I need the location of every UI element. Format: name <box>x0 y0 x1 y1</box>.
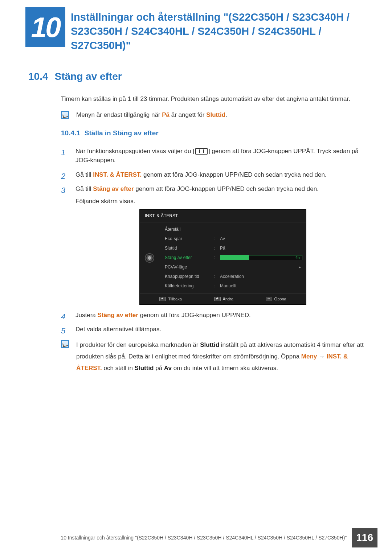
subsection-heading: 10.4.1Ställa in Stäng av efter <box>61 128 370 139</box>
subsection-title: Ställa in Stäng av efter <box>85 129 159 137</box>
arrow-right-icon: → <box>317 353 326 360</box>
page-number: 116 <box>352 528 377 547</box>
note-text: Menyn är endast tillgänglig när På är an… <box>76 110 370 120</box>
section-number: 10.4 <box>28 71 48 82</box>
menu-icon <box>195 148 208 155</box>
page-footer: 10 Inställningar och återställning "(S22… <box>0 528 392 547</box>
osd-row: PC/AV-läge▸ <box>165 262 302 272</box>
osd-slider: 4h <box>220 255 302 260</box>
step-4: 4 Justera Stäng av efter genom att föra … <box>61 311 370 320</box>
section-heading: 10.4Stäng av efter <box>28 69 370 84</box>
footer-text: 10 Inställningar och återställning "(S22… <box>61 534 347 542</box>
note-block: Menyn är endast tillgänglig när På är an… <box>61 110 370 120</box>
osd-row: Sluttid:På <box>165 243 302 253</box>
osd-row: Källdetektering:Manuellt <box>165 281 302 291</box>
step-3: 3 Gå till Stäng av efter genom att föra … <box>61 184 370 305</box>
osd-footer: Tillbaka Ändra Öppna <box>140 294 306 304</box>
osd-row-selected: Stäng av efter:4h <box>165 253 302 262</box>
key-adjust-icon <box>214 297 221 301</box>
step-2: 2 Gå till INST. & ÅTERST. genom att föra… <box>61 170 370 180</box>
osd-title: INST. & ÅTERST. <box>140 210 306 222</box>
key-back-icon <box>159 297 166 301</box>
note-icon <box>61 340 69 348</box>
osd-menu: Återställ Eco-spar:Av Sluttid:På Stäng a… <box>161 222 306 294</box>
note-text: I produkter för den europeiska marknaden… <box>76 339 370 374</box>
section-title: Stäng av efter <box>55 71 122 82</box>
osd-row: Återställ <box>165 225 302 234</box>
gear-icon <box>146 254 154 262</box>
subsection-number: 10.4.1 <box>61 129 80 137</box>
chapter-title: Inställningar och återställning "(S22C35… <box>71 10 370 53</box>
osd-screenshot: INST. & ÅTERST. Återställ Eco-spar:Av Sl… <box>139 209 306 305</box>
step-1: 1 När funktionsknappsguiden visas väljer… <box>61 147 370 165</box>
key-enter-icon <box>266 297 272 301</box>
chapter-number-badge: 10 <box>25 7 65 47</box>
osd-row: Knappupprepn.tid:Acceleration <box>165 272 302 281</box>
step-5: 5 Det valda alternativet tillämpas. <box>61 325 370 334</box>
intro-text: Timern kan ställas in på 1 till 23 timma… <box>61 94 370 104</box>
steps-list: 1 När funktionsknappsguiden visas väljer… <box>61 147 370 334</box>
note-block: I produkter för den europeiska marknaden… <box>61 339 370 374</box>
note-icon <box>61 111 69 119</box>
chevron-right-icon: ▸ <box>297 264 302 270</box>
osd-row: Eco-spar:Av <box>165 234 302 243</box>
